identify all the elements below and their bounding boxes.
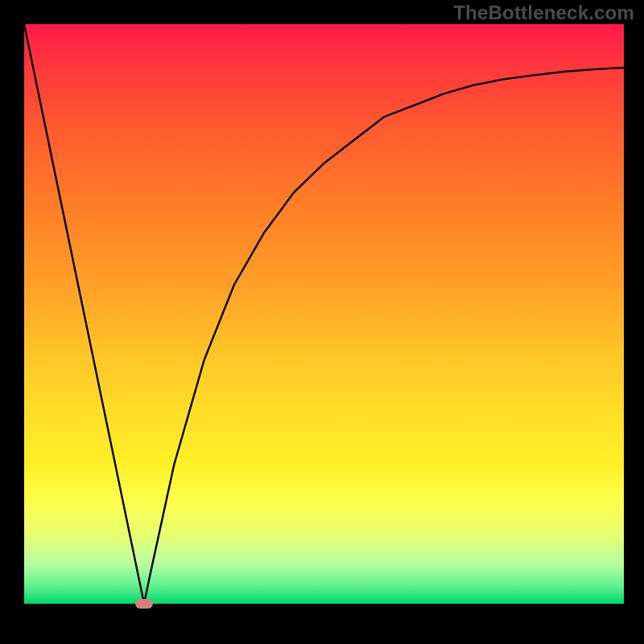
chart-container: TheBottleneck.com (0, 0, 644, 644)
curve-line (24, 24, 624, 604)
watermark-text: TheBottleneck.com (453, 2, 634, 24)
curve-svg (24, 24, 624, 604)
plot-area (24, 24, 624, 604)
minimum-marker (135, 599, 153, 609)
